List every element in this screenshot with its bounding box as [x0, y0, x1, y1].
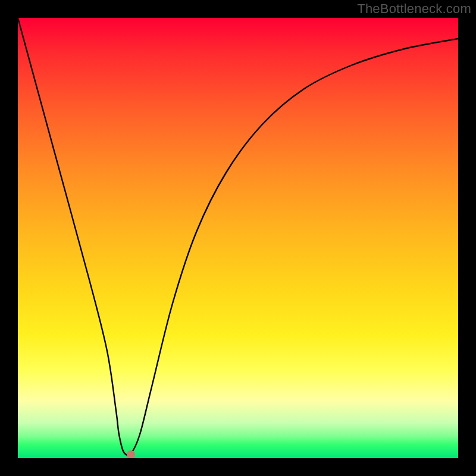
bottleneck-curve — [18, 18, 458, 458]
curve-path — [18, 18, 458, 455]
plot-area — [18, 18, 458, 458]
watermark-label: TheBottleneck.com — [357, 1, 471, 17]
chart-container: TheBottleneck.com — [0, 0, 476, 476]
optimal-point-marker — [127, 450, 135, 458]
